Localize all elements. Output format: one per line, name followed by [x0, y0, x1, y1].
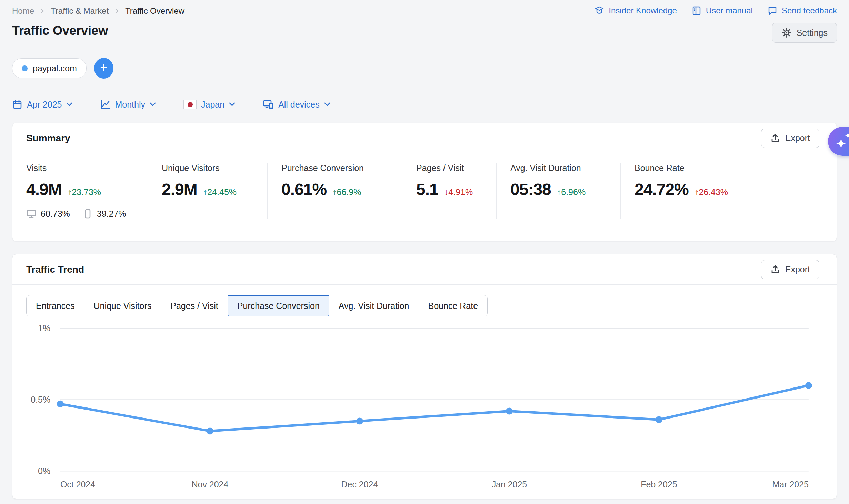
device-split-row: 60.73% 39.27% [26, 209, 142, 219]
insider-knowledge-label: Insider Knowledge [609, 6, 677, 16]
x-axis-label: Nov 2024 [192, 480, 229, 489]
metric-value: 4.9M [26, 180, 62, 199]
domain-color-dot [22, 65, 28, 71]
metric-delta: ↑66.9% [332, 187, 361, 197]
chevron-down-icon [229, 102, 235, 107]
metric-unique-visitors: Unique Visitors 2.9M ↑24.45% [148, 163, 267, 219]
location-filter-value: Japan [201, 100, 224, 110]
calendar-icon [12, 99, 22, 110]
metric-label: Pages / Visit [416, 163, 491, 173]
book-icon [691, 6, 702, 16]
metric-label: Unique Visitors [162, 163, 262, 173]
settings-button[interactable]: Settings [772, 23, 837, 43]
x-axis-label: Jan 2025 [492, 480, 527, 489]
metric-delta: ↑26.43% [695, 187, 728, 197]
metric-value: 2.9M [162, 180, 197, 199]
feedback-bubble-icon [767, 6, 778, 16]
granularity-filter-value: Monthly [115, 100, 145, 110]
x-axis-label: Oct 2024 [60, 480, 95, 489]
metric-pages-per-visit: Pages / Visit 5.1 ↓4.91% [402, 163, 496, 219]
data-point[interactable] [57, 401, 64, 407]
metric-label: Visits [26, 163, 142, 173]
user-manual-link[interactable]: User manual [691, 6, 753, 16]
insider-knowledge-link[interactable]: Insider Knowledge [594, 6, 677, 16]
gear-icon [781, 28, 792, 38]
y-axis-label: 0% [38, 466, 50, 476]
export-icon [770, 133, 780, 143]
page-title: Traffic Overview [12, 23, 108, 38]
chevron-down-icon [66, 102, 72, 107]
summary-export-button[interactable]: Export [761, 129, 819, 148]
trend-line-chart: 0%0.5%1%Oct 2024Nov 2024Dec 2024Jan 2025… [12, 254, 837, 499]
desktop-icon [26, 209, 37, 219]
mobile-share: 39.27% [97, 209, 126, 219]
breadcrumb-traffic-market[interactable]: Traffic & Market [51, 6, 109, 16]
line-chart-icon [100, 99, 110, 110]
metric-delta: ↑23.73% [68, 187, 101, 197]
add-domain-button[interactable]: + [94, 58, 113, 79]
metric-bounce-rate: Bounce Rate 24.72% ↑26.43% [620, 163, 837, 219]
domain-name: paypal.com [33, 63, 77, 73]
metric-avg-visit-duration: Avg. Visit Duration 05:38 ↑6.96% [496, 163, 620, 219]
y-axis-label: 0.5% [31, 395, 50, 404]
metric-delta: ↓4.91% [444, 187, 473, 197]
devices-filter[interactable]: All devices [263, 99, 330, 110]
metric-value: 0.61% [281, 180, 327, 199]
data-point[interactable] [506, 407, 513, 414]
sparkles-icon [832, 129, 849, 154]
metric-value: 24.72% [635, 180, 689, 199]
traffic-overview-page: Home Traffic & Market Traffic Overview I… [0, 0, 849, 504]
metric-delta: ↑24.45% [203, 187, 237, 197]
granularity-filter[interactable]: Monthly [100, 99, 156, 110]
metric-visits: Visits 4.9M ↑23.73% 60.73% 39.27% [12, 163, 148, 219]
summary-title: Summary [26, 133, 70, 144]
mobile-icon [82, 209, 93, 219]
breadcrumb-current: Traffic Overview [125, 6, 184, 16]
summary-export-label: Export [785, 133, 810, 143]
desktop-share: 60.73% [41, 209, 70, 219]
settings-label: Settings [797, 28, 828, 38]
tab-purchase-conversion[interactable]: Purchase Conversion [228, 295, 329, 316]
send-feedback-link[interactable]: Send feedback [767, 6, 837, 16]
chevron-down-icon [150, 102, 156, 107]
metric-value: 5.1 [416, 180, 438, 199]
breadcrumb: Home Traffic & Market Traffic Overview [12, 6, 184, 16]
breadcrumb-home[interactable]: Home [12, 6, 34, 16]
data-point[interactable] [356, 417, 363, 424]
chevron-right-icon [114, 8, 120, 14]
send-feedback-label: Send feedback [782, 6, 837, 16]
metric-label: Avg. Visit Duration [510, 163, 615, 173]
japan-flag-icon [183, 100, 197, 109]
domain-chip[interactable]: paypal.com [12, 58, 87, 78]
metric-label: Bounce Rate [635, 163, 831, 173]
target-domains-row: paypal.com + [12, 58, 113, 79]
filters-bar: Apr 2025 Monthly Japan All dev [12, 99, 330, 110]
y-axis-label: 1% [38, 323, 50, 333]
devices-icon [263, 99, 274, 110]
traffic-trend-card: Traffic Trend Export Entrances Unique Vi… [12, 254, 837, 499]
metric-label: Purchase Conversion [281, 163, 397, 173]
location-filter[interactable]: Japan [183, 99, 235, 110]
devices-filter-value: All devices [278, 100, 320, 110]
chevron-right-icon [40, 8, 45, 14]
date-filter-value: Apr 2025 [27, 100, 62, 110]
data-point[interactable] [656, 416, 662, 423]
metric-purchase-conversion: Purchase Conversion 0.61% ↑66.9% [267, 163, 402, 219]
academy-cap-icon [594, 6, 605, 16]
date-filter[interactable]: Apr 2025 [12, 99, 72, 110]
metric-value: 05:38 [510, 180, 551, 199]
data-point[interactable] [805, 382, 812, 389]
metric-delta: ↑6.96% [557, 187, 586, 197]
x-axis-label: Dec 2024 [341, 480, 378, 489]
x-axis-label: Feb 2025 [641, 480, 677, 489]
summary-metrics: Visits 4.9M ↑23.73% 60.73% 39.27% [12, 153, 837, 219]
summary-header: Summary Export [12, 123, 837, 153]
data-point[interactable] [207, 427, 213, 434]
x-axis-label: Mar 2025 [772, 480, 809, 489]
user-manual-label: User manual [706, 6, 753, 16]
top-nav-links: Insider Knowledge User manual Send feedb… [594, 6, 837, 16]
summary-card: Summary Export Visits 4.9M ↑23.73% [12, 123, 837, 241]
trend-line [60, 385, 809, 431]
chevron-down-icon [324, 102, 330, 107]
